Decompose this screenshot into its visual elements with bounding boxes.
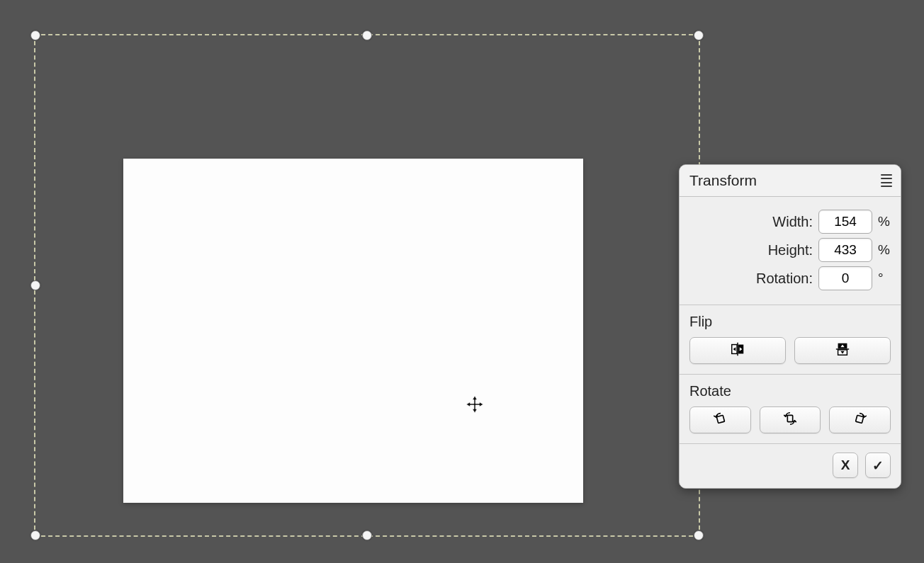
rotation-row: Rotation: ° [689, 266, 891, 290]
rotation-unit: ° [878, 271, 891, 286]
transform-bounding-box[interactable] [34, 34, 700, 537]
flip-vertical-icon [835, 341, 850, 360]
dimensions-section: Width: % Height: % Rotation: ° [680, 197, 901, 305]
width-unit: % [878, 214, 891, 229]
flip-horizontal-button[interactable] [689, 337, 786, 364]
resize-handle-bottom-right[interactable] [694, 530, 704, 540]
flip-horizontal-icon [730, 341, 745, 360]
rotate-ccw-button[interactable] [689, 406, 751, 433]
rotate-section-title: Rotate [689, 383, 891, 399]
rotate-section: Rotate [680, 375, 901, 444]
cancel-icon: X [841, 457, 850, 473]
height-input[interactable] [818, 238, 872, 262]
panel-header[interactable]: Transform [680, 165, 901, 197]
rotate-180-icon [782, 411, 798, 430]
height-row: Height: % [689, 238, 891, 262]
svg-rect-9 [855, 415, 863, 423]
rotate-cw-icon [852, 411, 868, 430]
svg-rect-7 [717, 415, 725, 423]
resize-handle-top-right[interactable] [694, 30, 704, 40]
confirm-button[interactable]: ✓ [865, 453, 891, 478]
confirm-icon: ✓ [872, 457, 884, 474]
width-row: Width: % [689, 210, 891, 234]
panel-title: Transform [689, 172, 757, 189]
rotate-cw-button[interactable] [829, 406, 891, 433]
rotate-180-button[interactable] [760, 406, 821, 433]
resize-handle-bottom-middle[interactable] [362, 530, 372, 540]
resize-handle-top-left[interactable] [30, 30, 40, 40]
svg-rect-8 [787, 415, 792, 421]
height-label: Height: [768, 242, 813, 258]
resize-handle-middle-left[interactable] [30, 280, 40, 290]
panel-menu-icon[interactable] [881, 174, 892, 188]
panel-footer: X ✓ [680, 444, 901, 488]
resize-handle-bottom-left[interactable] [30, 530, 40, 540]
rotation-input[interactable] [818, 266, 872, 290]
rotate-ccw-icon [712, 411, 728, 430]
flip-section-title: Flip [689, 314, 891, 330]
width-input[interactable] [818, 210, 872, 234]
transform-panel: Transform Width: % Height: % Rotation: °… [679, 164, 901, 489]
cancel-button[interactable]: X [833, 453, 858, 478]
rotation-label: Rotation: [756, 271, 813, 287]
height-unit: % [878, 242, 891, 258]
flip-vertical-button[interactable] [794, 337, 891, 364]
flip-section: Flip [680, 305, 901, 375]
width-label: Width: [772, 214, 813, 230]
resize-handle-top-middle[interactable] [362, 30, 372, 40]
